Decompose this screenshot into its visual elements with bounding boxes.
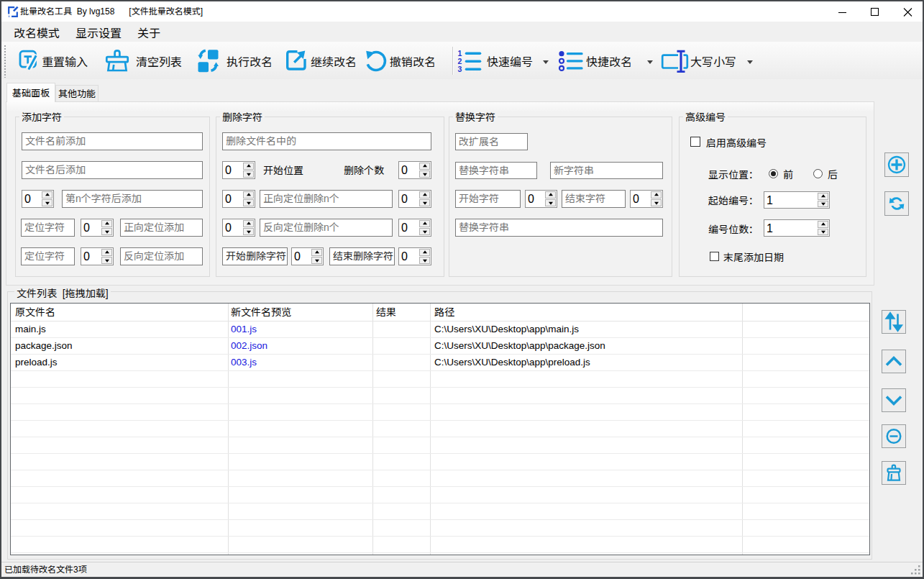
svg-text:3: 3 bbox=[458, 65, 462, 73]
